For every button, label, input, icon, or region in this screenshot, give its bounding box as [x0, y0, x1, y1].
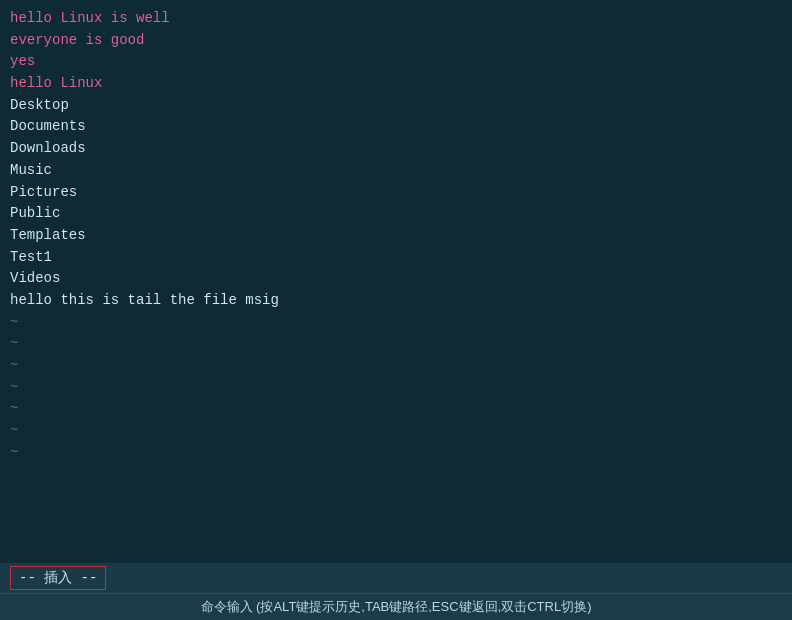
- terminal-line: ~: [10, 333, 782, 355]
- terminal-line: yes: [10, 51, 782, 73]
- bottom-hint-bar: 命令输入 (按ALT键提示历史,TAB键路径,ESC键返回,双击CTRL切换): [0, 593, 792, 620]
- insert-mode-indicator: -- 插入 --: [10, 566, 106, 590]
- terminal-line: Test1: [10, 247, 782, 269]
- terminal-line: Videos: [10, 268, 782, 290]
- terminal-line: hello Linux is well: [10, 8, 782, 30]
- terminal-line: Downloads: [10, 138, 782, 160]
- terminal-line: everyone is good: [10, 30, 782, 52]
- status-bar: -- 插入 --: [0, 563, 792, 593]
- terminal-line: hello this is tail the file msig: [10, 290, 782, 312]
- terminal-line: ~: [10, 420, 782, 442]
- terminal-line: hello Linux: [10, 73, 782, 95]
- terminal-line: ~: [10, 355, 782, 377]
- terminal-line: ~: [10, 442, 782, 464]
- terminal-line: Public: [10, 203, 782, 225]
- terminal-line: Desktop: [10, 95, 782, 117]
- bottom-hint-text: 命令输入 (按ALT键提示历史,TAB键路径,ESC键返回,双击CTRL切换): [201, 599, 592, 614]
- terminal-line: Documents: [10, 116, 782, 138]
- terminal-line: ~: [10, 377, 782, 399]
- terminal-line: Pictures: [10, 182, 782, 204]
- terminal-line: ~: [10, 398, 782, 420]
- terminal-line: Music: [10, 160, 782, 182]
- terminal-line: ~: [10, 312, 782, 334]
- terminal-line: Templates: [10, 225, 782, 247]
- terminal-area[interactable]: hello Linux is welleveryone is goodyeshe…: [0, 0, 792, 563]
